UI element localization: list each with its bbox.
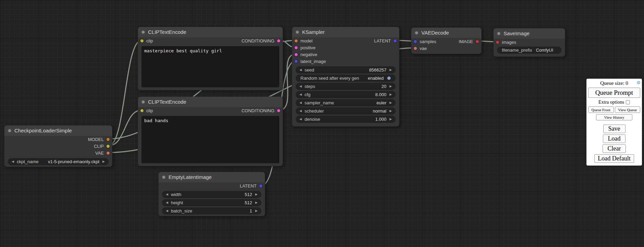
filename-prefix-widget[interactable]: filename_prefix ComfyUI — [497, 47, 561, 54]
latent-output-port[interactable] — [393, 39, 397, 43]
queue-prompt-button[interactable]: Queue Prompt — [588, 88, 640, 98]
vae-output-port[interactable] — [106, 151, 110, 155]
node-title-bar[interactable]: EmptyLatentImage — [159, 172, 265, 182]
view-queue-button[interactable]: View Queue — [615, 106, 641, 113]
port-label: samples — [420, 39, 436, 44]
node-title-bar[interactable]: CLIPTextEncode — [138, 27, 283, 37]
node-vae-decode[interactable]: VAEDecode samples IMAGE vae — [411, 27, 482, 54]
clip-input-port[interactable] — [140, 39, 144, 43]
widget-label: seed — [305, 67, 314, 73]
node-title-bar[interactable]: KSampler — [292, 27, 399, 37]
collapse-dot-icon[interactable] — [141, 30, 145, 34]
widget-value: enabled — [368, 76, 384, 81]
port-label: clip — [146, 108, 153, 113]
port-row: latent_image — [292, 58, 399, 65]
increment-arrow-icon[interactable] — [389, 116, 393, 123]
seed-widget[interactable]: seed 8566257 — [296, 66, 396, 74]
conditioning-output-port[interactable] — [277, 109, 281, 113]
width-widget[interactable]: width 512 — [162, 191, 261, 198]
collapse-dot-icon[interactable] — [414, 31, 419, 35]
increment-arrow-icon[interactable] — [102, 158, 106, 165]
denoise-widget[interactable]: denoise 1.000 — [296, 116, 396, 123]
increment-arrow-icon[interactable] — [389, 83, 393, 90]
prompt-textarea[interactable]: bad hands — [141, 116, 279, 163]
collapse-dot-icon[interactable] — [295, 30, 299, 34]
node-save-image[interactable]: SaveImage images filename_prefix ComfyUI — [493, 28, 565, 57]
node-title: CheckpointLoaderSimple — [14, 128, 72, 133]
samples-input-port[interactable] — [413, 40, 417, 43]
decrement-arrow-icon[interactable] — [165, 191, 169, 198]
collapse-dot-icon[interactable] — [141, 100, 145, 104]
node-empty-latent-image[interactable]: EmptyLatentImage LATENT width 512 height… — [158, 172, 265, 216]
decrement-arrow-icon[interactable] — [299, 91, 302, 98]
latent-output-port[interactable] — [259, 184, 263, 188]
extra-options-checkbox[interactable] — [626, 100, 630, 104]
view-history-button[interactable]: View History — [596, 114, 632, 120]
collapse-dot-icon[interactable] — [162, 175, 166, 179]
clip-input-port[interactable] — [140, 109, 144, 113]
cfg-widget[interactable]: cfg 8.000 — [296, 91, 396, 98]
increment-arrow-icon[interactable] — [389, 66, 393, 74]
decrement-arrow-icon[interactable] — [299, 107, 302, 115]
random-seed-toggle-icon[interactable] — [387, 76, 391, 80]
collapse-dot-icon[interactable] — [8, 129, 12, 133]
load-default-button[interactable]: Load Default — [594, 154, 634, 163]
clear-button[interactable]: Clear — [603, 144, 626, 153]
negative-input-port[interactable] — [294, 53, 298, 56]
batch-size-widget[interactable]: batch_size 1 — [162, 207, 261, 214]
positive-input-port[interactable] — [294, 46, 298, 50]
decrement-arrow-icon[interactable] — [299, 99, 302, 106]
images-input-port[interactable] — [496, 40, 499, 44]
conditioning-output-port[interactable] — [277, 39, 281, 43]
decrement-arrow-icon[interactable] — [299, 83, 302, 90]
node-clip-text-encode-positive[interactable]: CLIPTextEncode clip CONDITIONING masterp… — [138, 27, 283, 90]
node-checkpoint-loader[interactable]: CheckpointLoaderSimple MODEL CLIP VAE ck… — [4, 125, 112, 167]
scheduler-widget[interactable]: scheduler normal — [296, 107, 396, 115]
increment-arrow-icon[interactable] — [255, 199, 258, 206]
increment-arrow-icon[interactable] — [389, 107, 393, 115]
node-title-bar[interactable]: SaveImage — [494, 28, 565, 39]
node-title: VAEDecode — [421, 30, 449, 36]
widget-value: 1.000 — [375, 117, 386, 122]
queue-front-button[interactable]: Queue Front — [588, 106, 614, 113]
load-button[interactable]: Load — [603, 134, 626, 143]
steps-widget[interactable]: steps 20 — [296, 83, 396, 90]
latent-image-input-port[interactable] — [294, 60, 298, 63]
decrement-arrow-icon[interactable] — [11, 158, 15, 165]
node-clip-text-encode-negative[interactable]: CLIPTextEncode clip CONDITIONING bad han… — [138, 96, 283, 166]
model-input-port[interactable] — [294, 39, 298, 43]
prompt-textarea[interactable]: masterpiece best quality girl — [141, 46, 279, 87]
decrement-arrow-icon[interactable] — [299, 66, 302, 74]
node-title-bar[interactable]: CLIPTextEncode — [138, 97, 283, 107]
decrement-arrow-icon[interactable] — [165, 207, 169, 214]
output-row: LATENT — [159, 182, 265, 189]
vae-input-port[interactable] — [413, 47, 417, 50]
save-button[interactable]: Save — [603, 125, 626, 133]
ckpt-name-widget[interactable]: ckpt_name v1-5-pruned-emaonly.ckpt — [8, 158, 109, 165]
widget-value: ComfyUI — [536, 48, 553, 53]
collapse-dot-icon[interactable] — [497, 31, 501, 36]
settings-gear-icon[interactable] — [636, 80, 641, 86]
port-label: vae — [420, 46, 427, 51]
port-label: CLIP — [94, 144, 104, 149]
node-title-bar[interactable]: CheckpointLoaderSimple — [4, 126, 112, 136]
increment-arrow-icon[interactable] — [389, 99, 393, 106]
increment-arrow-icon[interactable] — [389, 91, 393, 98]
port-label: MODEL — [88, 137, 104, 142]
decrement-arrow-icon[interactable] — [165, 199, 169, 206]
height-widget[interactable]: height 512 — [162, 199, 261, 206]
port-label: CONDITIONING — [242, 38, 274, 43]
model-output-port[interactable] — [106, 138, 110, 141]
random-seed-widget[interactable]: Random seed after every gen enabled — [296, 75, 396, 82]
decrement-arrow-icon[interactable] — [299, 116, 302, 123]
node-title-bar[interactable]: VAEDecode — [411, 28, 481, 38]
clip-output-port[interactable] — [106, 144, 110, 148]
node-ksampler[interactable]: KSampler model LATENT positive negative … — [292, 27, 399, 127]
widget-value: 1 — [250, 208, 252, 213]
increment-arrow-icon[interactable] — [255, 191, 258, 198]
output-row: MODEL — [4, 136, 112, 143]
sampler-name-widget[interactable]: sampler_name euler — [296, 99, 396, 106]
wire-clip-to-positive-clip — [109, 40, 141, 146]
image-output-port[interactable] — [475, 40, 479, 43]
increment-arrow-icon[interactable] — [255, 207, 258, 214]
